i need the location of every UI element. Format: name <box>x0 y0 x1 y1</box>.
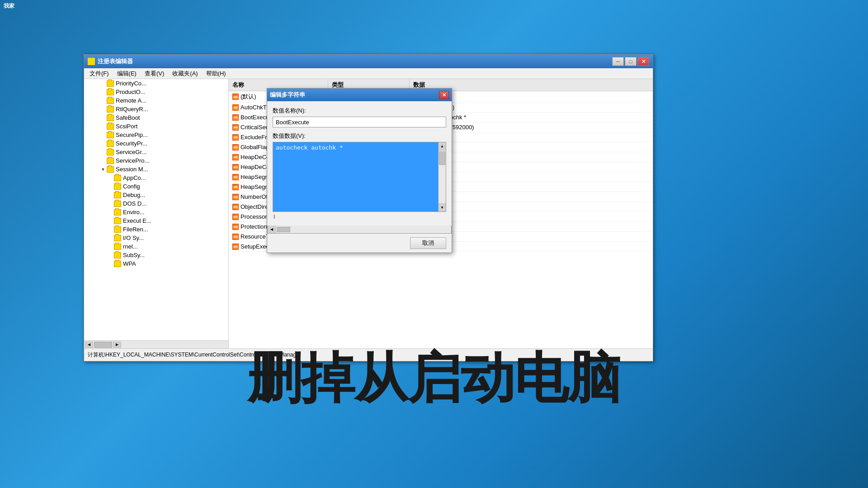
folder-icon <box>107 115 114 121</box>
folder-icon <box>114 261 121 267</box>
scroll-thumb[interactable] <box>94 342 112 348</box>
reg-icon: ab <box>232 194 239 200</box>
tree-item-remotea[interactable]: Remote A... <box>84 96 228 105</box>
tree-item-label: Session M... <box>116 166 148 173</box>
folder-icon <box>114 209 121 216</box>
arrow-icon <box>100 150 106 155</box>
arrow-icon <box>100 124 106 129</box>
window-titlebar: 注册表编辑器 ─ □ ✕ <box>84 55 653 68</box>
menu-view[interactable]: 查看(V) <box>141 69 168 79</box>
folder-icon <box>107 80 114 87</box>
dialog-title: 编辑多字符串 <box>270 91 305 99</box>
menu-help[interactable]: 帮助(H) <box>203 69 230 79</box>
tree-item-securepip[interactable]: SecurePip... <box>84 131 228 139</box>
tree-item-execut[interactable]: Execut E... <box>84 216 228 225</box>
row-name-label: (默认) <box>241 93 256 101</box>
tree-item-appco[interactable]: AppCo... <box>84 174 228 182</box>
tree-item-label: ServiceGr... <box>116 149 146 155</box>
tree-item-sessionm[interactable]: ▼ Session M... <box>84 165 228 174</box>
reg-icon: ab <box>232 124 239 131</box>
tree-item-label: rnel... <box>123 243 138 250</box>
arrow-icon <box>108 227 113 232</box>
tree-item-debug[interactable]: Debug... <box>84 191 228 199</box>
tree-item-securitypr[interactable]: SecurityPr... <box>84 139 228 148</box>
dialog-horizontal-scrollbar[interactable]: ◀ <box>267 225 452 234</box>
value-name-field: BootExecute <box>273 117 446 127</box>
dialog-close-button[interactable]: ✕ <box>439 91 449 99</box>
minimize-button[interactable]: ─ <box>612 57 624 66</box>
folder-icon <box>114 183 121 190</box>
arrow-icon <box>100 89 106 95</box>
tree-item-fileren[interactable]: FileRen... <box>84 225 228 234</box>
arrow-icon <box>108 235 113 241</box>
window-close-button[interactable]: ✕ <box>637 57 649 66</box>
maximize-button[interactable]: □ <box>625 57 637 66</box>
tree-item-dosd[interactable]: DOS D... <box>84 199 228 208</box>
tree-item-wpa[interactable]: WPA <box>84 259 228 268</box>
tree-item-rnel[interactable]: rnel... <box>84 242 228 251</box>
reg-icon: ab <box>232 214 239 220</box>
vertical-scrollbar[interactable]: ▲ ▼ <box>438 142 446 212</box>
tree-item-safeboot[interactable]: SafeBoot <box>84 113 228 122</box>
tree-item-servicegr[interactable]: ServiceGr... <box>84 148 228 156</box>
menu-favorites[interactable]: 收藏夹(A) <box>169 69 201 79</box>
dialog-scroll-thumb[interactable] <box>277 227 290 232</box>
dialog-scroll-left[interactable]: ◀ <box>268 225 276 233</box>
arrow-icon <box>100 98 106 103</box>
arrow-icon <box>100 115 106 121</box>
folder-icon <box>114 252 121 258</box>
tree-item-config[interactable]: Config <box>84 182 228 191</box>
tree-item-scsiport[interactable]: ScsiPort <box>84 122 228 131</box>
tree-item-label: DOS D... <box>123 200 146 207</box>
tree-item-producto[interactable]: ProductO... <box>84 88 228 96</box>
dialog-cancel-button[interactable]: 取消 <box>410 237 446 249</box>
tree-item-label: Debug... <box>123 192 145 198</box>
scroll-right-arrow[interactable]: ▶ <box>113 342 121 348</box>
reg-icon: ab <box>232 134 239 141</box>
folder-icon <box>114 192 121 198</box>
arrow-icon <box>100 132 106 138</box>
window-controls: ─ □ ✕ <box>612 57 649 66</box>
tree-item-label: I/O Sy... <box>123 235 144 241</box>
folder-icon <box>114 175 121 181</box>
tree-item-priorityco[interactable]: PriorityCo... <box>84 79 228 88</box>
scroll-left-arrow[interactable]: ◀ <box>85 342 93 348</box>
menu-edit[interactable]: 编辑(E) <box>113 69 140 79</box>
reg-icon: ab <box>232 184 239 190</box>
folder-icon <box>107 98 114 104</box>
value-data-textarea[interactable]: autocheck autochk * <box>273 142 438 212</box>
window-title: 注册表编辑器 <box>98 57 133 66</box>
tree-horizontal-scrollbar[interactable]: ◀ ▶ <box>84 340 228 348</box>
dialog-titlebar: 编辑多字符串 ✕ <box>267 89 452 101</box>
tree-item-enviro[interactable]: Enviro... <box>84 208 228 216</box>
reg-icon: ab <box>232 244 239 250</box>
folder-icon <box>107 149 114 155</box>
tree-item-subsy[interactable]: SubSy... <box>84 251 228 259</box>
tree-item-servicepro[interactable]: ServicePro... <box>84 156 228 165</box>
folder-icon <box>107 106 114 113</box>
arrow-icon <box>100 81 106 86</box>
menu-file[interactable]: 文件(F) <box>86 69 113 79</box>
dialog-content: 数值名称(N): BootExecute 数值数据(V): autocheck … <box>267 101 452 225</box>
tree-item-rtlqueryr[interactable]: RtlQueryR... <box>84 105 228 113</box>
tree-item-label: FileRen... <box>123 226 148 233</box>
tree-item-label: Enviro... <box>123 209 145 216</box>
arrow-icon <box>108 192 113 198</box>
desktop-label: 我家 <box>4 2 14 10</box>
scroll-down-arrow[interactable]: ▼ <box>439 203 446 211</box>
row-name-label: GlobalFlag <box>241 144 269 150</box>
tree-item-iosy[interactable]: I/O Sy... <box>84 234 228 242</box>
tree-item-label: Config <box>123 183 140 190</box>
scroll-thumb[interactable] <box>439 151 445 165</box>
reg-icon: ab <box>232 164 239 170</box>
folder-icon <box>114 218 121 224</box>
arrow-icon <box>108 184 113 189</box>
menubar: 文件(F) 编辑(E) 查看(V) 收藏夹(A) 帮助(H) <box>84 68 653 79</box>
tree-item-label: Remote A... <box>116 97 146 104</box>
scroll-up-arrow[interactable]: ▲ <box>439 142 446 150</box>
reg-icon: ab <box>232 114 239 121</box>
folder-icon <box>114 235 121 241</box>
reg-icon: ab <box>232 144 239 150</box>
arrow-icon <box>108 253 113 258</box>
window-icon <box>88 58 95 65</box>
